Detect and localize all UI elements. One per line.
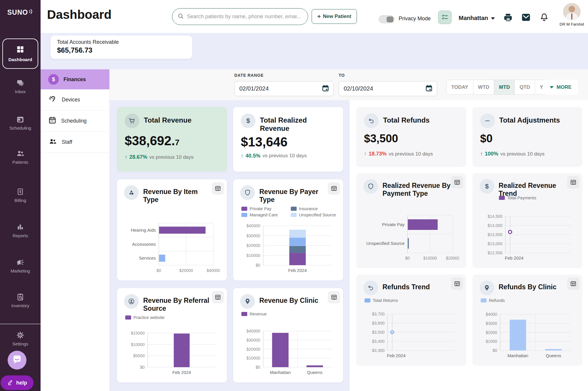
- table-view-icon[interactable]: [451, 176, 463, 188]
- legend-swatch: [291, 207, 297, 211]
- help-button[interactable]: help: [1, 375, 34, 390]
- page-title: Dashboard: [47, 8, 111, 22]
- mail-button[interactable]: [521, 12, 531, 24]
- chart-title: Revenue By Referral Source: [143, 294, 213, 312]
- svg-text:$0: $0: [255, 365, 260, 370]
- svg-text:$3000: $3000: [486, 321, 497, 326]
- new-patient-label: New Patient: [323, 14, 351, 19]
- search-input[interactable]: [187, 14, 303, 20]
- legend-label: Refunds: [489, 298, 505, 303]
- svg-text:Hearing Aids: Hearing Aids: [131, 228, 156, 233]
- sidebar-item-reports[interactable]: Reports: [0, 223, 41, 238]
- sidebar-item-label: Marketing: [11, 268, 30, 273]
- chart-legend: Private Pay Insurance Managed Care Unspe…: [241, 206, 336, 217]
- table-view-icon[interactable]: [328, 291, 340, 303]
- to-label: TO: [339, 73, 345, 78]
- fax-button[interactable]: [503, 12, 513, 24]
- subnav-label: Staff: [62, 139, 72, 145]
- undo-arrow-icon: [364, 113, 379, 128]
- sidebar-item-billing[interactable]: $ Billing: [0, 188, 41, 203]
- svg-text:Services: Services: [139, 255, 156, 260]
- sidebar-item-inventory[interactable]: Inventory: [0, 293, 41, 308]
- calendar-icon: [48, 116, 56, 126]
- location-selector[interactable]: Manhattan: [459, 15, 495, 21]
- table-view-icon[interactable]: [212, 291, 224, 303]
- minus-icon: [480, 113, 495, 128]
- range-button-today[interactable]: TODAY: [447, 80, 473, 94]
- privacy-mode-toggle[interactable]: [379, 15, 395, 23]
- subnav-item-devices[interactable]: Devices: [41, 89, 109, 111]
- total-accounts-receivable-card: Total Accounts Receivable $65,756.73: [51, 36, 192, 59]
- notifications-bell-button[interactable]: [539, 12, 549, 24]
- subnav-item-staff[interactable]: Staff: [41, 132, 109, 153]
- sidebar-item-inbox[interactable]: Inbox: [0, 79, 41, 94]
- kpi-total-refunds-card[interactable]: Total Refunds $3,500 ↑ 18.73% vs previou…: [356, 107, 466, 167]
- kpi-total-adjustments-card[interactable]: Total Adjustments $0 ↑ 100% vs previous …: [472, 107, 582, 167]
- sidebar-item-settings[interactable]: Settings: [0, 331, 41, 346]
- avatar: [563, 3, 581, 21]
- refunds-trend-chart: $3,700$3,600$3,500$3,400$3,300Feb 2024: [363, 311, 459, 360]
- svg-text:Manhattan: Manhattan: [507, 353, 528, 358]
- table-view-icon[interactable]: [451, 278, 463, 290]
- svg-text:$14,500: $14,500: [487, 214, 502, 219]
- new-patient-button[interactable]: + New Patient: [312, 9, 357, 24]
- sidebar-item-label: Billing: [14, 198, 26, 203]
- cart-icon: [125, 113, 139, 128]
- sidebar-item-label: Scheduling: [9, 126, 31, 131]
- up-arrow-icon: ↑: [364, 151, 367, 157]
- search-icon: [178, 13, 184, 21]
- subnav-label: Finances: [64, 76, 86, 83]
- realized-revenue-trend-chart: $14,500$14,000$13,500$13,000$12,500Feb 2…: [480, 213, 575, 262]
- svg-text:$15000: $15000: [131, 331, 145, 335]
- table-view-icon[interactable]: [328, 182, 340, 195]
- svg-text:$30000: $30000: [246, 338, 260, 342]
- ar-label: Total Accounts Receivable: [57, 39, 186, 45]
- svg-text:Accessories: Accessories: [132, 242, 156, 247]
- more-ranges-button[interactable]: MORE: [543, 80, 578, 95]
- legend-swatch: [241, 213, 247, 217]
- inventory-clipboard-icon: [16, 293, 24, 301]
- user-menu[interactable]: DR M Farshid: [556, 3, 588, 26]
- subnav-item-finances[interactable]: $ Finances: [41, 69, 109, 89]
- sidebar-item-patients[interactable]: Patients: [0, 149, 41, 165]
- svg-text:$2000: $2000: [486, 330, 497, 335]
- range-button-mtd[interactable]: MTD: [494, 80, 515, 94]
- calendar-icon[interactable]: [322, 84, 329, 93]
- kpi-total-revenue-card[interactable]: Total Revenue $38,692.7 ↑ 28.67% vs prev…: [117, 107, 227, 172]
- inbox-chat-icon: [16, 79, 24, 87]
- filters-bar: DATE RANGE TO TODAY WTD MTD QTD YTD MORE: [110, 69, 588, 100]
- chart-title: Realized Revenue By Payment Type: [382, 179, 452, 197]
- svg-text:$3,600: $3,600: [372, 321, 385, 325]
- svg-text:$13,500: $13,500: [487, 232, 502, 237]
- svg-text:$40000: $40000: [246, 223, 260, 228]
- range-button-qtd[interactable]: QTD: [515, 80, 535, 94]
- legend-swatch: [365, 298, 370, 303]
- calendar-icon[interactable]: [425, 84, 433, 93]
- svg-text:Feb 2024: Feb 2024: [288, 268, 307, 273]
- support-chat-button[interactable]: [8, 351, 26, 370]
- date-from-input[interactable]: [239, 85, 319, 92]
- svg-text:$20000: $20000: [246, 243, 260, 248]
- kpi-value: $3,500: [364, 132, 459, 145]
- chart-legend: Total Returns: [365, 298, 459, 303]
- table-view-icon[interactable]: [567, 278, 579, 290]
- top-bar: Dashboard + New Patient Privacy Mode Man…: [41, 0, 588, 33]
- svg-text:$40000: $40000: [246, 329, 260, 333]
- sidebar-item-scheduling[interactable]: Scheduling: [0, 115, 41, 131]
- table-view-icon[interactable]: [212, 182, 224, 195]
- sidebar-item-dashboard[interactable]: Dashboard: [2, 39, 38, 69]
- svg-text:$20000: $20000: [446, 256, 459, 260]
- range-button-wtd[interactable]: WTD: [473, 80, 495, 94]
- kpi-total-realized-revenue-card[interactable]: $ Total Realized Revenue $13,646 ↑ 40.5%…: [233, 107, 343, 172]
- up-arrow-icon: ↑: [125, 154, 127, 160]
- svg-text:Queens: Queens: [546, 353, 561, 358]
- subnav-item-scheduling[interactable]: Scheduling: [41, 111, 109, 132]
- table-view-icon[interactable]: [567, 176, 579, 188]
- tasks-checklist-button[interactable]: [438, 11, 452, 24]
- kpi-title: Total Adjustments: [499, 113, 560, 124]
- up-arrow-icon: ↑: [480, 151, 483, 157]
- sidebar-item-marketing[interactable]: Marketing: [0, 258, 41, 273]
- app-logo: SUNO: [0, 8, 41, 16]
- date-to-input[interactable]: [344, 85, 422, 92]
- chat-bubble-icon: [12, 354, 22, 366]
